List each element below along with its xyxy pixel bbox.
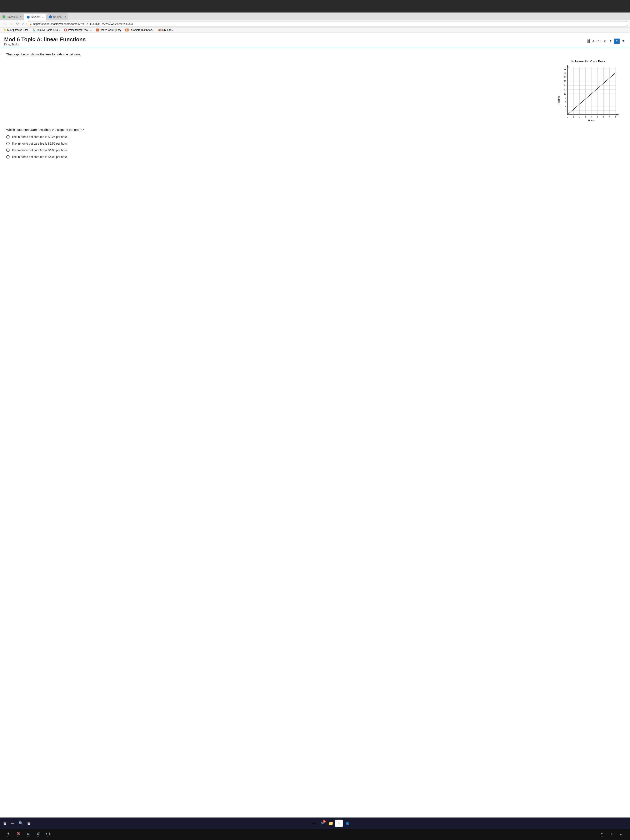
prev-page-button[interactable]: <	[603, 39, 606, 44]
svg-text:16: 16	[564, 80, 567, 82]
tab-label-classkick: Classkick	[7, 16, 18, 19]
bookmark-approved-sites[interactable]: 📁 6-8 Approved Sites	[2, 28, 30, 32]
radio-a[interactable]	[6, 135, 9, 139]
svg-text:(dollars): (dollars)	[558, 97, 560, 104]
radio-c[interactable]	[6, 148, 9, 152]
pause-bar-right	[589, 39, 590, 43]
page-num-3[interactable]: 3	[621, 38, 626, 44]
bookmark-label-rs: RS 49067	[162, 28, 173, 32]
bookmark-label-nike: Nike Air Force 1 Lo...	[36, 28, 60, 32]
svg-text:5: 5	[597, 115, 598, 118]
pause-button[interactable]	[587, 39, 590, 43]
bookmark-label-paramore: Paramore Riot Shoe...	[129, 28, 154, 32]
svg-text:6: 6	[603, 115, 604, 118]
svg-text:6: 6	[565, 101, 566, 103]
fnkeys-bar: ☀ F1 🔇 F2 🔈 F3 🔊 F4 ⏵⏸ F5 ☀ F6 ☼ F7 Prt	[0, 829, 630, 840]
page-numbers: 1 2 3	[608, 38, 626, 44]
svg-text:22: 22	[564, 68, 567, 70]
bookmark-denim[interactable]: E Denim jacket | Etsy	[94, 28, 123, 32]
mail-badge: 4	[323, 820, 325, 823]
svg-text:2: 2	[579, 115, 580, 118]
windows-start-button[interactable]: ⊞	[2, 820, 8, 827]
slope-question: Which statement best describes the slope…	[6, 128, 624, 131]
bookmark-nike[interactable]: 🏪 Nike Air Force 1 Lo...	[31, 28, 62, 32]
taskbar-edge-icon[interactable]: ◉	[344, 819, 351, 827]
rs-badge: RS	[158, 29, 161, 31]
address-bar-row: ← → ↻ ⌂ 🔒 https://student.masteryconnect…	[0, 21, 630, 27]
svg-text:20: 20	[564, 72, 567, 74]
fn-key-playpause: ⏵⏸ F5	[44, 832, 52, 837]
choice-d-text: The in-home pet care fee is $6.00 per ho…	[12, 155, 68, 158]
tab-close-student1[interactable]: ×	[42, 16, 44, 18]
tab-favicon-student2	[49, 16, 52, 18]
taskbar-taskview-button[interactable]: ⊟	[25, 820, 32, 827]
radio-b[interactable]	[6, 142, 9, 145]
forward-button[interactable]: →	[8, 22, 14, 26]
fn-key-vol-up: 🔊 F4	[34, 832, 43, 837]
tab-classkick[interactable]: Classkick ×	[0, 13, 24, 21]
svg-text:2: 2	[565, 109, 566, 112]
choice-b[interactable]: The in-home pet care fee is $2.50 per ho…	[6, 142, 624, 145]
keyboard-top-area	[0, 0, 630, 13]
svg-text:8: 8	[615, 115, 616, 118]
graph-svg-wrapper: Fee (dollars)	[557, 65, 620, 124]
tab-student2[interactable]: Student ×	[46, 13, 68, 21]
bookmark-rs[interactable]: RS RS 49067	[157, 28, 175, 32]
tab-bar: Classkick × Student × Student ×	[0, 13, 630, 21]
taskbar-teams-icon[interactable]: T	[335, 819, 343, 827]
graph-container: In Home Pet Care Fees Fee (dollars)	[553, 59, 624, 124]
nav-controls: 4 of 10 < 1 2 3	[587, 38, 626, 44]
fn-key-f7: ☼ F7	[608, 832, 616, 837]
page-title-block: Mod 6 Topic A: linear Functions King, Ta…	[4, 36, 85, 46]
taskbar-back-button[interactable]: ←	[9, 820, 16, 827]
page-num-1[interactable]: 1	[608, 38, 613, 44]
page-header: Mod 6 Topic A: linear Functions King, Ta…	[0, 33, 630, 48]
tab-student-active[interactable]: Student ×	[24, 13, 46, 21]
choice-c[interactable]: The in-home pet care fee is $4.00 per ho…	[6, 148, 624, 152]
svg-text:18: 18	[564, 76, 567, 78]
taskbar-folder-icon[interactable]: 📁	[327, 819, 335, 827]
svg-text:4: 4	[565, 105, 566, 107]
svg-text:4: 4	[591, 115, 592, 118]
svg-text:x: x	[618, 114, 619, 116]
tab-close-student2[interactable]: ×	[65, 16, 66, 18]
address-box[interactable]: 🔒 https://student.masteryconnect.com/?iv…	[27, 21, 628, 27]
fn-key-prtsc: Prt	[617, 833, 626, 836]
tab-close-classkick[interactable]: ×	[20, 16, 22, 18]
pause-bar-left	[587, 39, 589, 43]
etsy-badge-paramore: E	[125, 28, 128, 32]
page-title: Mod 6 Topic A: linear Functions	[4, 36, 85, 43]
svg-text:7: 7	[609, 115, 610, 118]
tab-label-student2: Student	[53, 16, 63, 19]
bookmark-label-personalized: Personalized Two T...	[68, 28, 92, 32]
bookmark-label-approved: 6-8 Approved Sites	[7, 28, 28, 32]
fn-key-mute: 🔇 F2	[14, 832, 22, 837]
choice-d[interactable]: The in-home pet care fee is $6.00 per ho…	[6, 155, 624, 158]
choice-a[interactable]: The in-home pet care fee is $2.25 per ho…	[6, 135, 624, 139]
svg-text:8: 8	[565, 97, 566, 99]
home-button[interactable]: ⌂	[21, 22, 25, 26]
taskbar-startmenu-icon[interactable]: ⊞	[310, 819, 318, 827]
svg-text:0: 0	[567, 115, 568, 118]
svg-text:12: 12	[564, 88, 567, 91]
page-count: 4 of 10	[592, 39, 601, 43]
taskbar-mail-icon[interactable]: ✉ 4	[319, 819, 326, 827]
fn-key-brightness-down: ☀ F1	[4, 832, 13, 837]
reload-button[interactable]: ↻	[15, 22, 20, 26]
back-button[interactable]: ←	[2, 22, 7, 26]
svg-text:1: 1	[573, 115, 574, 118]
svg-text:10: 10	[564, 93, 567, 95]
browser-chrome: Classkick × Student × Student × ← → ↻ ⌂ …	[0, 13, 630, 33]
bookmarks-bar: 📁 6-8 Approved Sites 🏪 Nike Air Force 1 …	[0, 27, 630, 33]
bookmark-personalized[interactable]: ⭕ Personalized Two T...	[62, 28, 93, 32]
taskbar-search-button[interactable]: 🔍	[17, 820, 25, 827]
svg-text:Hours: Hours	[588, 119, 595, 122]
bookmark-paramore[interactable]: E Paramore Riot Shoe...	[124, 28, 156, 32]
taskbar: ⊞ ← 🔍 ⊟ ⊞ ✉ 4 📁 T ◉	[0, 818, 630, 829]
answer-choices: The in-home pet care fee is $2.25 per ho…	[6, 135, 624, 158]
best-emphasis: best	[30, 128, 37, 131]
svg-text:3: 3	[585, 115, 586, 118]
page-num-2[interactable]: 2	[614, 38, 620, 44]
radio-d[interactable]	[6, 155, 9, 158]
graph-title: In Home Pet Care Fees	[553, 59, 624, 63]
